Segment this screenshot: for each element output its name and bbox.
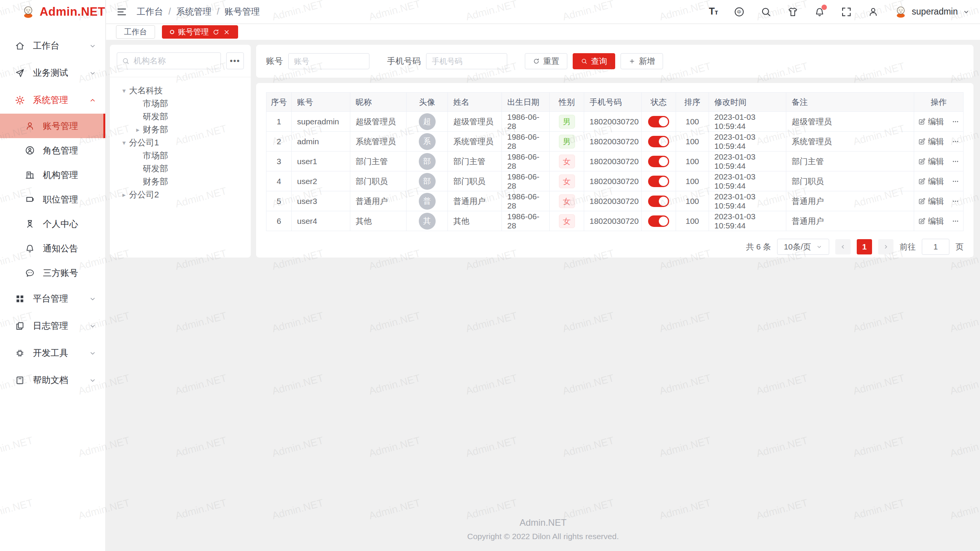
next-page-button[interactable] xyxy=(878,239,893,254)
search-icon[interactable] xyxy=(760,6,772,18)
edit-button[interactable]: 编辑 xyxy=(918,116,944,127)
row-more-button[interactable] xyxy=(952,138,959,145)
status-toggle[interactable] xyxy=(648,176,669,187)
font-size-icon[interactable]: Tт xyxy=(709,5,718,18)
footer: Admin.NET Copyright © 2022 Dilon All rig… xyxy=(106,517,980,541)
avatar: 普 xyxy=(419,193,436,210)
column-header: 头像 xyxy=(407,93,448,112)
row-more-button[interactable] xyxy=(952,118,959,126)
cell-phone: 18020030720 xyxy=(584,191,642,211)
cell-phone: 18020030720 xyxy=(584,112,642,132)
chip-icon xyxy=(15,348,25,359)
row-more-button[interactable] xyxy=(952,158,959,165)
add-button[interactable]: 新增 xyxy=(621,53,663,69)
cell-gender: 男 xyxy=(550,132,584,152)
close-tab-icon[interactable] xyxy=(223,29,230,36)
sidebar-item-workbench[interactable]: 工作台 xyxy=(0,32,105,59)
row-more-button[interactable] xyxy=(952,217,959,225)
refresh-tab-icon[interactable] xyxy=(212,29,219,36)
current-page-button[interactable]: 1 xyxy=(857,239,872,254)
cell-birthdate: 1986-06-28 xyxy=(502,191,550,211)
cell-order: 100 xyxy=(676,132,709,152)
tree-right-arrow-icon[interactable]: ▸ xyxy=(119,191,129,199)
chevron-down-icon xyxy=(816,243,823,250)
sidebar-item-business-test[interactable]: 业务测试 xyxy=(0,59,105,86)
tab-account-management[interactable]: 账号管理 xyxy=(162,25,238,39)
tree-right-arrow-icon[interactable]: ▸ xyxy=(133,126,143,134)
org-more-button[interactable]: ••• xyxy=(226,52,244,69)
sidebar-item-account[interactable]: 账号管理 xyxy=(0,114,105,138)
sidebar-item-devtools[interactable]: 开发工具 xyxy=(0,339,105,367)
sidebar-item-third-account[interactable]: 三方账号 xyxy=(0,261,105,285)
sidebar-item-label: 职位管理 xyxy=(43,194,78,205)
account-input[interactable] xyxy=(288,53,369,69)
watermark-text: Admin.NET xyxy=(368,310,421,335)
tree-node-label: 市场部 xyxy=(143,150,168,161)
breadcrumb-workbench[interactable]: 工作台 xyxy=(137,6,163,18)
column-header: 序号 xyxy=(266,93,292,112)
person-icon[interactable] xyxy=(867,6,879,18)
tree-node[interactable]: ▸财务部 xyxy=(114,123,247,136)
user-icon xyxy=(24,121,35,131)
notification-bell-icon[interactable] xyxy=(814,6,825,18)
column-header: 性别 xyxy=(550,93,584,112)
tree-node[interactable]: 财务部 xyxy=(114,175,247,188)
status-toggle[interactable] xyxy=(648,156,669,167)
sidebar-item-platform[interactable]: 平台管理 xyxy=(0,285,105,312)
column-header: 备注 xyxy=(786,93,914,112)
cell-remark: 超级管理员 xyxy=(786,112,914,132)
tab-workbench[interactable]: 工作台 xyxy=(116,25,155,39)
app-title: Admin.NET xyxy=(39,5,105,19)
fullscreen-icon[interactable] xyxy=(841,6,852,18)
theme-icon[interactable] xyxy=(787,6,799,18)
query-button[interactable]: 查询 xyxy=(573,53,615,69)
edit-button[interactable]: 编辑 xyxy=(918,196,944,207)
sidebar-item-help[interactable]: 帮助文档 xyxy=(0,367,105,394)
sidebar-item-org[interactable]: 机构管理 xyxy=(0,163,105,187)
reset-button[interactable]: 重置 xyxy=(525,53,567,69)
refresh-icon xyxy=(533,58,540,65)
tree-node[interactable]: ▾分公司1 xyxy=(114,136,247,149)
tree-down-arrow-icon[interactable]: ▾ xyxy=(119,139,129,147)
page-size-select[interactable]: 10条/页 xyxy=(777,239,829,255)
tree-node[interactable]: 市场部 xyxy=(114,149,247,162)
row-more-button[interactable] xyxy=(952,178,959,185)
status-toggle[interactable] xyxy=(648,136,669,147)
collapse-menu-icon[interactable] xyxy=(116,6,127,18)
column-header: 状态 xyxy=(642,93,676,112)
edit-button[interactable]: 编辑 xyxy=(918,216,944,227)
sidebar-item-notice[interactable]: 通知公告 xyxy=(0,236,105,261)
chevron-down-icon xyxy=(88,69,97,77)
tree-down-arrow-icon[interactable]: ▾ xyxy=(119,87,129,95)
status-toggle[interactable] xyxy=(648,116,669,127)
tree-node[interactable]: ▾大名科技 xyxy=(114,84,247,97)
edit-button[interactable]: 编辑 xyxy=(918,156,944,167)
row-more-button[interactable] xyxy=(952,197,959,205)
cell-account: user1 xyxy=(292,152,350,171)
tree-node[interactable]: 市场部 xyxy=(114,97,247,110)
phone-input[interactable] xyxy=(426,53,507,69)
sidebar-item-role[interactable]: 角色管理 xyxy=(0,138,105,163)
breadcrumb-account[interactable]: 账号管理 xyxy=(225,6,260,18)
breadcrumb-system[interactable]: 系统管理 xyxy=(176,6,211,18)
status-toggle[interactable] xyxy=(648,196,669,207)
user-menu[interactable]: superadmin xyxy=(894,5,970,18)
cell-actions: 编辑 xyxy=(914,132,963,152)
sidebar-item-position[interactable]: 职位管理 xyxy=(0,187,105,212)
sidebar-item-logs[interactable]: 日志管理 xyxy=(0,312,105,339)
tree-node[interactable]: 研发部 xyxy=(114,162,247,175)
tree-node[interactable]: ▸分公司2 xyxy=(114,188,247,201)
prev-page-button[interactable] xyxy=(835,239,851,254)
status-toggle[interactable] xyxy=(648,215,669,227)
language-icon[interactable]: 中 xyxy=(733,6,745,18)
goto-page-input[interactable] xyxy=(922,239,949,255)
tree-node[interactable]: 研发部 xyxy=(114,110,247,123)
chevron-down-icon xyxy=(88,349,97,357)
sidebar-item-profile[interactable]: 个人中心 xyxy=(0,212,105,236)
edit-button[interactable]: 编辑 xyxy=(918,176,944,187)
edit-button[interactable]: 编辑 xyxy=(918,136,944,147)
org-search-input[interactable] xyxy=(134,56,216,65)
book-icon xyxy=(15,375,25,386)
sidebar-item-system-management[interactable]: 系统管理 xyxy=(0,86,105,114)
sidebar-item-label: 工作台 xyxy=(33,40,59,52)
